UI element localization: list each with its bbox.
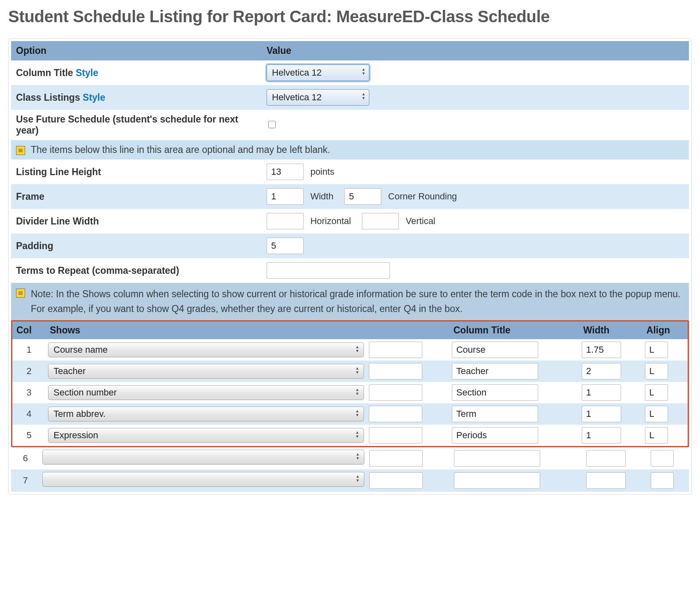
- select-arrows-icon: ▲▼: [355, 409, 359, 417]
- settings-panel: Option Value Column Title Style Helvetic…: [8, 38, 692, 495]
- column-width-input[interactable]: [582, 342, 621, 358]
- select-arrows-icon: ▲▼: [355, 430, 359, 439]
- note-optional-text: The items below this line in this area a…: [31, 144, 330, 155]
- padding-label: Padding: [16, 240, 53, 251]
- listing-line-height-input[interactable]: [267, 164, 304, 180]
- shows-value: Teacher: [53, 366, 85, 376]
- select-arrows-icon: ▲▼: [355, 366, 359, 375]
- shows-value: Expression: [53, 430, 98, 440]
- divider-horizontal-label: Horizontal: [310, 216, 351, 226]
- use-future-label: Use Future Schedule (student's schedule …: [16, 114, 238, 136]
- column-title-style-value: Helvetica 12: [272, 67, 322, 78]
- column-align-input[interactable]: [651, 450, 674, 467]
- term-code-input[interactable]: [369, 363, 422, 379]
- column-align-input[interactable]: [651, 472, 674, 489]
- select-arrows-icon: ▲▼: [355, 388, 359, 396]
- column-width-input[interactable]: [582, 406, 621, 422]
- column-width-input[interactable]: [586, 472, 626, 489]
- column-width-input[interactable]: [582, 384, 621, 401]
- options-header-value: Value: [262, 41, 689, 60]
- column-width-input[interactable]: [586, 450, 626, 467]
- col-number: 1: [12, 339, 46, 361]
- term-code-input[interactable]: [369, 342, 422, 358]
- listing-line-height-label: Listing Line Height: [16, 166, 101, 177]
- col-number: 7: [11, 469, 40, 492]
- col-number: 5: [12, 425, 46, 446]
- column-title-label: Column Title: [16, 67, 76, 78]
- term-code-input[interactable]: [369, 406, 422, 422]
- col-number: 4: [12, 403, 46, 425]
- note-icon: [16, 146, 25, 155]
- shows-select[interactable]: ▲▼: [42, 472, 364, 487]
- term-code-input[interactable]: [369, 450, 423, 467]
- column-title-input[interactable]: [452, 363, 538, 379]
- frame-width-input[interactable]: [267, 188, 304, 205]
- divider-horizontal-input[interactable]: [267, 213, 304, 229]
- column-width-input[interactable]: [582, 427, 621, 444]
- frame-label: Frame: [16, 191, 44, 202]
- terms-repeat-label: Terms to Repeat (comma-separated): [16, 265, 179, 276]
- shows-select[interactable]: Term abbrev.▲▼: [48, 407, 364, 421]
- column-align-input[interactable]: [645, 363, 668, 379]
- padding-input[interactable]: [267, 238, 304, 254]
- column-title-style-link[interactable]: Style: [76, 67, 98, 78]
- col-number: 3: [12, 382, 46, 403]
- class-listings-style-link[interactable]: Style: [83, 92, 105, 103]
- class-listings-style-select[interactable]: Helvetica 12 ▲▼: [267, 89, 369, 106]
- shows-select[interactable]: Teacher▲▼: [48, 364, 364, 379]
- cols-header-align: Align: [642, 321, 688, 339]
- col-number: 6: [11, 447, 40, 469]
- frame-width-label: Width: [310, 191, 333, 201]
- highlight-annotation: Col Shows Column Title Width Align 1Cour…: [11, 320, 689, 447]
- select-arrows-icon: ▲▼: [362, 67, 366, 76]
- note-shows-text: Note: In the Shows column when selecting…: [31, 287, 684, 316]
- columns-table-extra: 6▲▼7▲▼: [11, 447, 689, 492]
- shows-value: Term abbrev.: [53, 409, 106, 419]
- term-code-input[interactable]: [369, 427, 422, 444]
- shows-select[interactable]: Section number▲▼: [48, 385, 364, 400]
- select-arrows-icon: ▲▼: [356, 452, 360, 460]
- frame-corner-label: Corner Rounding: [388, 191, 457, 201]
- class-listings-style-value: Helvetica 12: [272, 92, 322, 102]
- select-arrows-icon: ▲▼: [355, 345, 359, 353]
- column-align-input[interactable]: [645, 406, 668, 422]
- frame-corner-input[interactable]: [344, 188, 381, 205]
- options-table: Option Value Column Title Style Helvetic…: [11, 41, 689, 320]
- column-width-input[interactable]: [582, 363, 621, 379]
- listing-line-height-unit: points: [310, 166, 334, 177]
- shows-select[interactable]: Expression▲▼: [48, 428, 364, 443]
- term-code-input[interactable]: [369, 384, 422, 401]
- shows-select[interactable]: Course name▲▼: [48, 342, 364, 357]
- note-icon: [16, 289, 25, 298]
- terms-repeat-input[interactable]: [267, 262, 390, 279]
- shows-value: Course name: [53, 344, 108, 355]
- column-title-style-select[interactable]: Helvetica 12 ▲▼: [267, 65, 369, 81]
- term-code-input[interactable]: [369, 472, 423, 489]
- shows-value: Section number: [53, 387, 117, 398]
- select-arrows-icon: ▲▼: [362, 92, 366, 100]
- column-title-input[interactable]: [452, 342, 538, 358]
- select-arrows-icon: ▲▼: [356, 474, 360, 483]
- divider-label: Divider Line Width: [16, 216, 99, 227]
- column-title-input[interactable]: [454, 450, 540, 467]
- column-title-input[interactable]: [452, 406, 538, 422]
- options-header-option: Option: [11, 41, 262, 60]
- cols-header-col: Col: [12, 321, 46, 339]
- divider-vertical-input[interactable]: [362, 213, 399, 229]
- column-title-input[interactable]: [452, 384, 538, 401]
- divider-vertical-label: Vertical: [406, 216, 435, 226]
- col-number: 2: [12, 361, 46, 382]
- column-align-input[interactable]: [645, 427, 668, 444]
- use-future-checkbox[interactable]: [268, 121, 276, 128]
- column-align-input[interactable]: [645, 342, 668, 358]
- shows-select[interactable]: ▲▼: [42, 450, 364, 465]
- class-listings-label: Class Listings: [16, 92, 83, 103]
- columns-table: Col Shows Column Title Width Align 1Cour…: [12, 321, 688, 446]
- column-title-input[interactable]: [452, 427, 538, 444]
- column-align-input[interactable]: [645, 384, 668, 401]
- column-title-input[interactable]: [454, 472, 540, 489]
- cols-header-shows: Shows: [46, 321, 366, 339]
- cols-header-width: Width: [579, 321, 642, 339]
- page-title: Student Schedule Listing for Report Card…: [8, 7, 692, 26]
- cols-header-title: Column Title: [449, 321, 579, 339]
